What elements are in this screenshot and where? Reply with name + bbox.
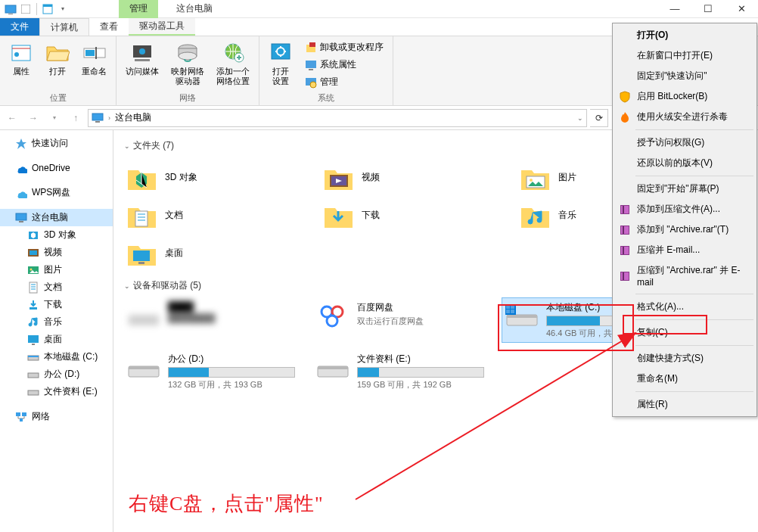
props-button[interactable]: 属性 [6,39,36,78]
svg-rect-28 [16,213,26,220]
svg-rect-8 [85,50,95,56]
svg-rect-72 [621,226,629,234]
svg-rect-1 [8,14,13,14]
sidebar-desktop[interactable]: 桌面 [0,331,113,348]
minimize-button[interactable]: — [658,0,691,18]
sidebar-pictures[interactable]: 图片 [0,261,113,278]
ctx-new-window[interactable]: 在新窗口中打开(E) [614,45,755,66]
svg-rect-73 [623,226,624,234]
svg-rect-70 [623,206,624,213]
svg-point-34 [30,268,33,270]
ctx-rename[interactable]: 重命名(M) [614,369,755,389]
sidebar-music[interactable]: 音乐 [0,313,113,331]
folder-desktop[interactable]: 桌面 [124,234,298,272]
forward-button[interactable]: → [24,109,42,127]
ctx-rar-archive[interactable]: 添加到 "Archive.rar"(T) [614,219,755,240]
svg-rect-75 [621,247,629,254]
ctx-pin-start[interactable]: 固定到"开始"屏幕(P) [614,179,755,199]
svg-rect-29 [19,221,23,222]
ctx-grant-access[interactable]: 授予访问权限(G) [614,132,755,153]
svg-rect-50 [135,211,148,226]
sidebar-this-pc[interactable]: 这台电脑 [0,209,113,226]
sysprops-button[interactable]: 系统属性 [302,57,387,73]
svg-rect-65 [129,366,159,369]
svg-rect-41 [28,373,39,378]
ctx-copy[interactable]: 复制(C) [614,322,755,343]
sidebar-drive-c[interactable]: 本地磁盘 (C:) [0,348,113,366]
rar-icon [619,204,631,216]
sidebar-drive-d[interactable]: 办公 (D:) [0,366,113,383]
qat-item[interactable] [20,3,32,15]
manage-button[interactable]: 管理 [302,74,387,90]
recent-button[interactable]: ▾ [45,109,64,127]
tab-file[interactable]: 文件 [0,18,39,36]
sidebar-wps[interactable]: WPS网盘 [0,184,113,201]
back-button[interactable]: ← [3,109,21,127]
svg-rect-51 [133,250,150,261]
svg-rect-52 [138,262,144,264]
qat-dropdown-icon[interactable]: ▾ [57,3,69,15]
tab-view[interactable]: 查看 [89,18,129,36]
svg-point-56 [327,316,337,326]
svg-rect-37 [28,335,39,343]
close-button[interactable]: ✕ [725,0,758,18]
nav-pane: 快速访问 OneDrive WPS网盘 这台电脑 3D 对象 视频 图片 文档 … [0,130,113,532]
maximize-button[interactable]: ☐ [691,0,725,18]
svg-rect-44 [22,412,26,416]
sidebar-documents[interactable]: 文档 [0,278,113,296]
svg-rect-11 [135,59,150,61]
sidebar-3d-objects[interactable]: 3D 对象 [0,226,113,244]
ctx-format[interactable]: 格式化(A)... [614,297,755,317]
ctx-restore[interactable]: 还原以前的版本(V) [614,153,755,173]
quick-access-toolbar: ▾ [0,3,73,15]
rename-button[interactable]: 重命名 [79,39,110,78]
svg-rect-67 [318,366,348,369]
drive-hidden[interactable]: ████████████ [124,298,298,342]
address-dropdown-icon[interactable]: ⌄ [577,114,583,122]
address-segment[interactable]: 这台电脑 [115,111,151,124]
window-title: 这台电脑 [176,2,213,15]
drive-e[interactable]: 文件资料 (E:)159 GB 可用，共 192 GB [313,350,487,394]
ctx-rar-add[interactable]: 添加到压缩文件(A)... [614,199,755,219]
address-bar[interactable]: › 这台电脑 ⌄ [88,109,587,127]
sidebar-quick-access[interactable]: 快速访问 [0,135,113,152]
ctx-rar-both[interactable]: 压缩到 "Archive.rar" 并 E-mail [614,260,755,291]
up-button[interactable]: ↑ [67,109,85,127]
folder-downloads[interactable]: 下载 [321,196,495,234]
folder-videos[interactable]: 视频 [321,158,495,196]
refresh-button[interactable]: ⟳ [590,109,608,127]
tab-drive-tools[interactable]: 驱动器工具 [129,18,195,36]
sidebar-network[interactable]: 网络 [0,408,113,425]
drive-baidu[interactable]: 百度网盘双击运行百度网盘 [313,298,487,342]
sidebar-videos[interactable]: 视频 [0,244,113,261]
title-bar: ▾ 管理 这台电脑 — ☐ ✕ [0,0,758,18]
ribbon-group-location: 属性 打开 重命名 位置 [0,36,116,105]
map-drive-button[interactable]: 映射网络 驱动器 [168,39,207,88]
drive-d[interactable]: 办公 (D:)132 GB 可用，共 193 GB [124,350,298,394]
folder-3d-objects[interactable]: 3D 对象 [124,158,298,196]
sidebar-downloads[interactable]: 下载 [0,296,113,313]
tab-computer[interactable]: 计算机 [39,18,89,36]
ctx-shortcut[interactable]: 创建快捷方式(S) [614,348,755,369]
ctx-rar-email[interactable]: 压缩并 E-mail... [614,240,755,260]
sidebar-onedrive[interactable]: OneDrive [0,160,113,176]
shield-icon [619,91,631,103]
svg-rect-62 [506,310,510,313]
ribbon-group-network: 访问媒体 映射网络 驱动器 添加一个 网络位置 网络 [116,36,259,105]
ctx-properties[interactable]: 属性(R) [614,394,755,415]
ctx-bitlocker[interactable]: 启用 BitLocker(B) [614,86,755,107]
folder-documents[interactable]: 文档 [124,196,298,234]
open-button[interactable]: 打开 [42,39,73,78]
ctx-open[interactable]: 打开(O) [614,25,755,45]
ctx-pin-quick[interactable]: 固定到"快速访问" [614,66,755,86]
svg-point-6 [14,52,19,57]
svg-rect-22 [309,69,313,70]
uninstall-button[interactable]: 卸载或更改程序 [302,39,387,55]
ctx-huorong[interactable]: 使用火绒安全进行杀毒 [614,107,755,127]
sidebar-drive-e[interactable]: 文件资料 (E:) [0,383,113,400]
qat-props-icon[interactable] [42,3,54,15]
settings-button[interactable]: 打开 设置 [266,39,296,88]
media-button[interactable]: 访问媒体 [123,39,162,78]
svg-rect-36 [30,307,37,310]
add-netloc-button[interactable]: 添加一个 网络位置 [213,39,253,88]
